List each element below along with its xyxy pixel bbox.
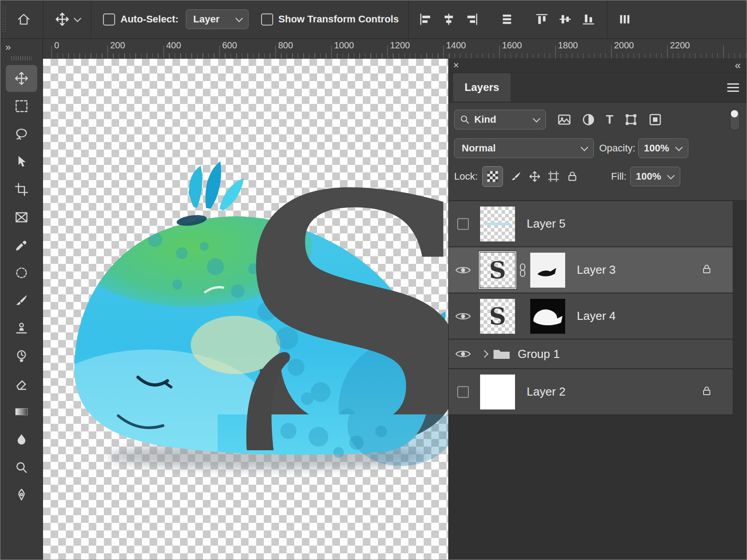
auto-select-checkbox[interactable] bbox=[103, 13, 115, 26]
distribute-horizontal-button[interactable] bbox=[618, 13, 631, 26]
filter-type-button[interactable]: T bbox=[606, 113, 614, 127]
layer-thumbnail[interactable] bbox=[480, 207, 515, 241]
filter-adjustment-button[interactable] bbox=[582, 113, 595, 126]
frame-tool[interactable] bbox=[6, 204, 37, 231]
toolbar-grip[interactable] bbox=[3, 6, 6, 32]
visibility-toggle[interactable] bbox=[449, 349, 477, 359]
quick-selection-tool[interactable] bbox=[6, 148, 37, 175]
align-bottom-button[interactable] bbox=[582, 13, 595, 26]
chevron-down-icon bbox=[581, 144, 588, 151]
history-brush-tool[interactable] bbox=[6, 343, 37, 370]
eyedropper-icon bbox=[14, 238, 29, 252]
align-middle-vertical-icon bbox=[558, 13, 572, 26]
layer-thumbnail[interactable]: S bbox=[480, 299, 515, 334]
separator bbox=[91, 0, 91, 39]
filter-smart-object-button[interactable] bbox=[648, 113, 662, 126]
chevron-down-icon[interactable] bbox=[74, 15, 82, 22]
eraser-tool[interactable] bbox=[6, 370, 37, 397]
layer-row-layer-3[interactable]: S Layer 3 bbox=[449, 247, 733, 293]
layer-row-layer-2[interactable]: Layer 2 bbox=[449, 369, 733, 415]
layer-name[interactable]: Layer 5 bbox=[527, 217, 566, 231]
lock-all-button[interactable] bbox=[567, 171, 578, 182]
tool-panel-expand-button[interactable]: » bbox=[0, 39, 43, 53]
canvas[interactable]: S bbox=[43, 58, 448, 560]
fill-dropdown[interactable]: 100% bbox=[630, 167, 680, 186]
home-button[interactable] bbox=[16, 13, 31, 26]
lock-pixels-button[interactable] bbox=[510, 171, 522, 182]
pen-tool[interactable] bbox=[6, 482, 37, 508]
lock-position-button[interactable] bbox=[529, 171, 541, 182]
link-icon bbox=[518, 263, 528, 277]
align-right-button[interactable] bbox=[465, 13, 479, 26]
blend-row: Normal Opacity: 100% bbox=[454, 138, 742, 158]
panel-tab-row: Layers bbox=[449, 73, 747, 103]
tool-panel: » bbox=[0, 39, 43, 560]
layer-thumbnail[interactable]: S bbox=[480, 253, 515, 288]
layer-thumbnail[interactable] bbox=[480, 375, 515, 409]
group-expand-chevron-icon[interactable] bbox=[481, 350, 489, 358]
blur-tool[interactable] bbox=[6, 426, 37, 453]
align-left-button[interactable] bbox=[419, 13, 432, 26]
layer-mask-thumbnail[interactable] bbox=[530, 299, 565, 334]
horizontal-ruler[interactable]: 0 200 400 600 800 1000 1200 1400 1600 18… bbox=[43, 39, 747, 59]
healing-brush-tool[interactable] bbox=[6, 259, 37, 286]
ruler-label: 1200 bbox=[390, 40, 410, 51]
move-tool[interactable] bbox=[6, 65, 37, 92]
layer-name[interactable]: Group 1 bbox=[518, 347, 560, 361]
thumbnail-letter: S bbox=[489, 256, 506, 284]
brush-tool[interactable] bbox=[6, 287, 37, 314]
gradient-tool[interactable] bbox=[6, 398, 37, 425]
layer-row-layer-4[interactable]: S Layer 4 bbox=[449, 293, 733, 340]
blend-mode-dropdown[interactable]: Normal bbox=[454, 138, 594, 158]
eye-icon bbox=[455, 265, 471, 276]
layer-mask-thumbnail[interactable] bbox=[530, 253, 565, 288]
layer-row-group-1[interactable]: Group 1 bbox=[449, 340, 733, 369]
layer-name[interactable]: Layer 2 bbox=[527, 385, 566, 399]
dodge-tool[interactable] bbox=[6, 454, 37, 481]
align-top-button[interactable] bbox=[535, 13, 549, 26]
filter-kind-dropdown[interactable]: Kind bbox=[454, 110, 546, 129]
auto-select-target-dropdown[interactable]: Layer bbox=[186, 9, 249, 29]
ruler-label: 1400 bbox=[446, 40, 466, 51]
show-transform-checkbox[interactable] bbox=[261, 13, 273, 26]
visibility-toggle[interactable] bbox=[449, 386, 477, 398]
lock-label: Lock: bbox=[454, 171, 478, 182]
separator bbox=[43, 0, 43, 39]
hidden-checkbox-icon bbox=[457, 386, 469, 398]
mask-link-toggle[interactable] bbox=[518, 263, 528, 277]
lock-transparency-button[interactable] bbox=[482, 166, 503, 187]
chevron-down-icon bbox=[533, 115, 541, 123]
lasso-tool[interactable] bbox=[6, 121, 37, 147]
opacity-dropdown[interactable]: 100% bbox=[638, 138, 688, 158]
show-transform-label: Show Transform Controls bbox=[279, 13, 399, 25]
tab-layers[interactable]: Layers bbox=[453, 73, 511, 102]
crop-icon bbox=[14, 182, 29, 197]
filter-shape-button[interactable] bbox=[624, 113, 638, 126]
visibility-toggle[interactable] bbox=[449, 218, 477, 230]
clone-stamp-tool[interactable] bbox=[6, 315, 37, 342]
visibility-toggle[interactable] bbox=[449, 311, 477, 322]
panel-menu-icon[interactable] bbox=[727, 83, 739, 92]
artboard-icon bbox=[548, 171, 559, 182]
image-icon bbox=[558, 113, 571, 126]
panel-collapse-button[interactable]: « bbox=[735, 59, 740, 72]
crop-tool[interactable] bbox=[6, 176, 37, 203]
layer-name[interactable]: Layer 4 bbox=[577, 309, 616, 323]
layer-name[interactable]: Layer 3 bbox=[577, 263, 616, 277]
lock-artboard-button[interactable] bbox=[548, 171, 559, 182]
distribute-vertical-button[interactable] bbox=[500, 13, 514, 26]
align-center-horizontal-button[interactable] bbox=[442, 13, 455, 26]
marquee-tool[interactable] bbox=[6, 93, 37, 120]
eyedropper-tool[interactable] bbox=[6, 232, 37, 258]
filter-toggle[interactable] bbox=[730, 109, 740, 130]
ruler-label: 0 bbox=[54, 40, 59, 51]
align-middle-vertical-button[interactable] bbox=[558, 13, 572, 26]
layer-row-layer-5[interactable]: Layer 5 bbox=[449, 201, 733, 247]
dodge-icon bbox=[14, 460, 29, 474]
tool-panel-grip[interactable] bbox=[11, 56, 32, 60]
layer-list: Layer 5 S Layer 3 bbox=[449, 200, 747, 560]
align-right-icon bbox=[465, 13, 479, 26]
filter-pixel-button[interactable] bbox=[558, 113, 571, 126]
panel-close-button[interactable]: × bbox=[453, 60, 459, 71]
visibility-toggle[interactable] bbox=[449, 265, 477, 276]
